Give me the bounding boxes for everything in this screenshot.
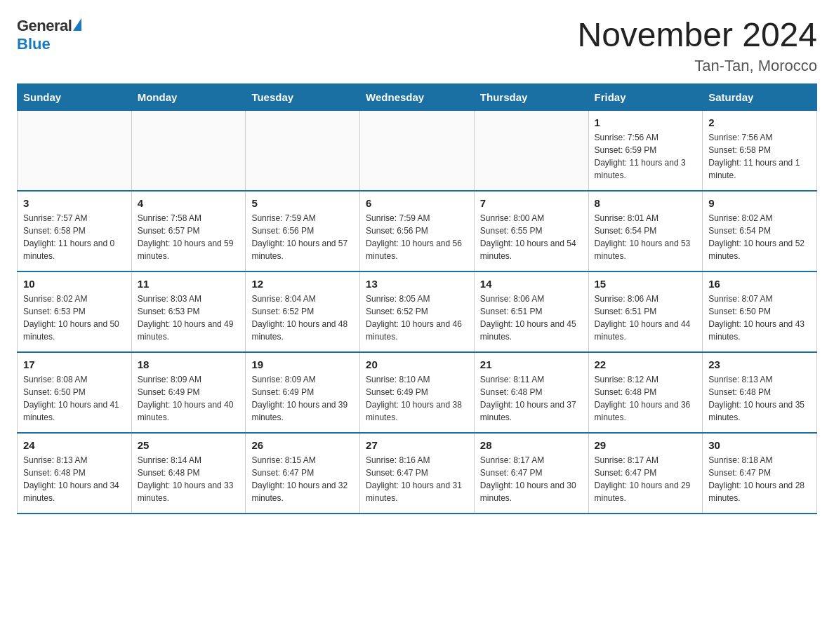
- calendar-body: 1Sunrise: 7:56 AMSunset: 6:59 PMDaylight…: [18, 110, 817, 514]
- day-number: 9: [708, 197, 811, 209]
- col-monday: Monday: [131, 83, 246, 110]
- day-info: Sunrise: 7:59 AMSunset: 6:56 PMDaylight:…: [251, 212, 354, 262]
- day-info: Sunrise: 7:56 AMSunset: 6:58 PMDaylight:…: [708, 131, 811, 182]
- day-number: 24: [23, 439, 126, 451]
- day-number: 3: [23, 197, 126, 209]
- calendar-cell: 9Sunrise: 8:02 AMSunset: 6:54 PMDaylight…: [703, 191, 817, 271]
- calendar-cell: [131, 110, 246, 191]
- day-number: 29: [595, 439, 697, 451]
- day-info: Sunrise: 8:12 AMSunset: 6:48 PMDaylight:…: [595, 373, 697, 424]
- day-number: 2: [708, 116, 811, 128]
- day-info: Sunrise: 8:13 AMSunset: 6:48 PMDaylight:…: [708, 373, 811, 424]
- day-info: Sunrise: 8:14 AMSunset: 6:48 PMDaylight:…: [138, 454, 240, 504]
- day-number: 18: [138, 358, 240, 370]
- calendar-cell: 12Sunrise: 8:04 AMSunset: 6:52 PMDayligh…: [246, 271, 360, 352]
- calendar-cell: 25Sunrise: 8:14 AMSunset: 6:48 PMDayligh…: [131, 433, 246, 514]
- calendar-cell: 7Sunrise: 8:00 AMSunset: 6:55 PMDaylight…: [474, 191, 588, 271]
- day-info: Sunrise: 8:15 AMSunset: 6:47 PMDaylight:…: [251, 454, 354, 504]
- calendar-cell: 5Sunrise: 7:59 AMSunset: 6:56 PMDaylight…: [246, 191, 360, 271]
- day-number: 26: [251, 439, 354, 451]
- day-info: Sunrise: 8:03 AMSunset: 6:53 PMDaylight:…: [138, 293, 240, 343]
- col-wednesday: Wednesday: [360, 83, 475, 110]
- day-number: 6: [366, 197, 468, 209]
- calendar-cell: 21Sunrise: 8:11 AMSunset: 6:48 PMDayligh…: [474, 352, 588, 433]
- calendar-cell: 16Sunrise: 8:07 AMSunset: 6:50 PMDayligh…: [703, 271, 817, 352]
- calendar-cell: 30Sunrise: 8:18 AMSunset: 6:47 PMDayligh…: [703, 433, 817, 514]
- calendar-cell: 14Sunrise: 8:06 AMSunset: 6:51 PMDayligh…: [474, 271, 588, 352]
- calendar-week-row: 17Sunrise: 8:08 AMSunset: 6:50 PMDayligh…: [18, 352, 817, 433]
- calendar-cell: 20Sunrise: 8:10 AMSunset: 6:49 PMDayligh…: [360, 352, 475, 433]
- day-info: Sunrise: 8:08 AMSunset: 6:50 PMDaylight:…: [23, 373, 126, 424]
- day-number: 25: [138, 439, 240, 451]
- calendar-week-row: 1Sunrise: 7:56 AMSunset: 6:59 PMDaylight…: [18, 110, 817, 191]
- calendar-cell: 29Sunrise: 8:17 AMSunset: 6:47 PMDayligh…: [588, 433, 703, 514]
- calendar-table: Sunday Monday Tuesday Wednesday Thursday…: [17, 83, 817, 514]
- day-number: 28: [480, 439, 583, 451]
- calendar-cell: 28Sunrise: 8:17 AMSunset: 6:47 PMDayligh…: [474, 433, 588, 514]
- days-of-week-row: Sunday Monday Tuesday Wednesday Thursday…: [18, 83, 817, 110]
- day-info: Sunrise: 8:17 AMSunset: 6:47 PMDaylight:…: [595, 454, 697, 504]
- day-info: Sunrise: 8:17 AMSunset: 6:47 PMDaylight:…: [480, 454, 583, 504]
- logo-blue-text: Blue: [17, 35, 51, 53]
- day-number: 23: [708, 358, 811, 370]
- day-number: 1: [595, 116, 697, 128]
- page-header: General Blue November 2024 Tan-Tan, Moro…: [17, 17, 817, 75]
- day-number: 19: [251, 358, 354, 370]
- day-number: 21: [480, 358, 583, 370]
- day-info: Sunrise: 7:58 AMSunset: 6:57 PMDaylight:…: [138, 212, 240, 262]
- calendar-cell: 2Sunrise: 7:56 AMSunset: 6:58 PMDaylight…: [703, 110, 817, 191]
- day-number: 22: [595, 358, 697, 370]
- day-info: Sunrise: 8:10 AMSunset: 6:49 PMDaylight:…: [366, 373, 468, 424]
- day-number: 5: [251, 197, 354, 209]
- day-info: Sunrise: 8:00 AMSunset: 6:55 PMDaylight:…: [480, 212, 583, 262]
- col-friday: Friday: [588, 83, 703, 110]
- calendar-cell: 19Sunrise: 8:09 AMSunset: 6:49 PMDayligh…: [246, 352, 360, 433]
- day-info: Sunrise: 8:07 AMSunset: 6:50 PMDaylight:…: [708, 293, 811, 343]
- day-info: Sunrise: 8:13 AMSunset: 6:48 PMDaylight:…: [23, 454, 126, 504]
- calendar-cell: 3Sunrise: 7:57 AMSunset: 6:58 PMDaylight…: [18, 191, 132, 271]
- calendar-week-row: 10Sunrise: 8:02 AMSunset: 6:53 PMDayligh…: [18, 271, 817, 352]
- calendar-title: November 2024: [577, 17, 817, 54]
- col-thursday: Thursday: [474, 83, 588, 110]
- calendar-cell: 18Sunrise: 8:09 AMSunset: 6:49 PMDayligh…: [131, 352, 246, 433]
- day-number: 10: [23, 278, 126, 290]
- calendar-cell: 13Sunrise: 8:05 AMSunset: 6:52 PMDayligh…: [360, 271, 475, 352]
- day-info: Sunrise: 7:56 AMSunset: 6:59 PMDaylight:…: [595, 131, 697, 182]
- calendar-cell: 10Sunrise: 8:02 AMSunset: 6:53 PMDayligh…: [18, 271, 132, 352]
- day-info: Sunrise: 8:06 AMSunset: 6:51 PMDaylight:…: [480, 293, 583, 343]
- calendar-cell: 24Sunrise: 8:13 AMSunset: 6:48 PMDayligh…: [18, 433, 132, 514]
- calendar-cell: 26Sunrise: 8:15 AMSunset: 6:47 PMDayligh…: [246, 433, 360, 514]
- col-sunday: Sunday: [18, 83, 132, 110]
- logo-triangle-icon: [73, 18, 81, 31]
- day-info: Sunrise: 8:09 AMSunset: 6:49 PMDaylight:…: [138, 373, 240, 424]
- day-info: Sunrise: 8:01 AMSunset: 6:54 PMDaylight:…: [595, 212, 697, 262]
- logo: General Blue: [17, 17, 81, 53]
- calendar-cell: 15Sunrise: 8:06 AMSunset: 6:51 PMDayligh…: [588, 271, 703, 352]
- day-number: 15: [595, 278, 697, 290]
- calendar-week-row: 24Sunrise: 8:13 AMSunset: 6:48 PMDayligh…: [18, 433, 817, 514]
- calendar-subtitle: Tan-Tan, Morocco: [577, 57, 817, 75]
- day-info: Sunrise: 8:02 AMSunset: 6:53 PMDaylight:…: [23, 293, 126, 343]
- day-info: Sunrise: 8:02 AMSunset: 6:54 PMDaylight:…: [708, 212, 811, 262]
- calendar-cell: 11Sunrise: 8:03 AMSunset: 6:53 PMDayligh…: [131, 271, 246, 352]
- calendar-cell: [246, 110, 360, 191]
- calendar-cell: 4Sunrise: 7:58 AMSunset: 6:57 PMDaylight…: [131, 191, 246, 271]
- day-info: Sunrise: 7:59 AMSunset: 6:56 PMDaylight:…: [366, 212, 468, 262]
- day-info: Sunrise: 8:11 AMSunset: 6:48 PMDaylight:…: [480, 373, 583, 424]
- calendar-cell: 27Sunrise: 8:16 AMSunset: 6:47 PMDayligh…: [360, 433, 475, 514]
- day-info: Sunrise: 8:18 AMSunset: 6:47 PMDaylight:…: [708, 454, 811, 504]
- day-number: 11: [138, 278, 240, 290]
- day-number: 16: [708, 278, 811, 290]
- calendar-cell: [474, 110, 588, 191]
- col-tuesday: Tuesday: [246, 83, 360, 110]
- title-section: November 2024 Tan-Tan, Morocco: [577, 17, 817, 75]
- day-info: Sunrise: 8:04 AMSunset: 6:52 PMDaylight:…: [251, 293, 354, 343]
- day-number: 20: [366, 358, 468, 370]
- day-info: Sunrise: 8:09 AMSunset: 6:49 PMDaylight:…: [251, 373, 354, 424]
- calendar-cell: 1Sunrise: 7:56 AMSunset: 6:59 PMDaylight…: [588, 110, 703, 191]
- day-number: 14: [480, 278, 583, 290]
- day-info: Sunrise: 8:06 AMSunset: 6:51 PMDaylight:…: [595, 293, 697, 343]
- col-saturday: Saturday: [703, 83, 817, 110]
- calendar-cell: [18, 110, 132, 191]
- calendar-cell: 23Sunrise: 8:13 AMSunset: 6:48 PMDayligh…: [703, 352, 817, 433]
